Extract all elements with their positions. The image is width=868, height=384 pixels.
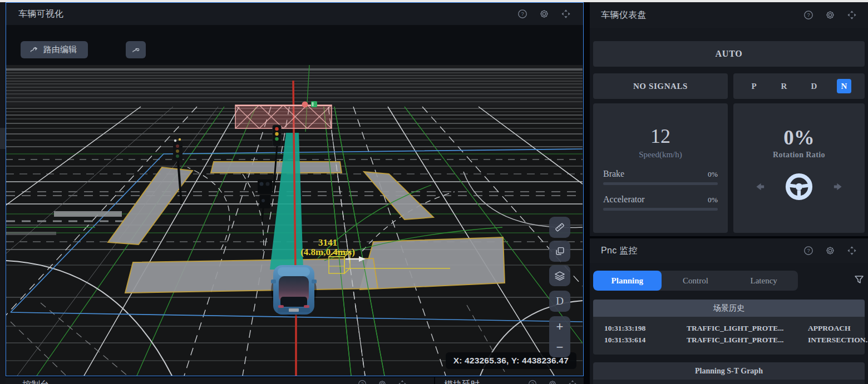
gear-p: P bbox=[747, 79, 761, 93]
signal-green-marker bbox=[311, 101, 317, 107]
panel-title: 模块延时 bbox=[444, 379, 480, 384]
history-time: 10:31:33:614 bbox=[604, 336, 687, 345]
route-pin-icon bbox=[131, 46, 140, 54]
svg-text:(4.8m,0.4m/s): (4.8m,0.4m/s) bbox=[300, 247, 355, 257]
brake-label: Brake bbox=[603, 169, 624, 179]
left-edge-rail bbox=[0, 2, 6, 384]
speed-label: Speed(km/h) bbox=[593, 150, 728, 159]
pnc-tab-bar: Planning Control Latency bbox=[593, 271, 798, 291]
driving-mode-indicator: AUTO bbox=[593, 41, 865, 67]
console-panel: 控制台 bbox=[6, 377, 434, 384]
scene-3d[interactable]: 3141 (4.8m,0.4m/s) bbox=[6, 65, 583, 376]
history-stage: INTERSECTION... bbox=[808, 336, 868, 345]
panel-header: Pnc 监控 bbox=[590, 238, 868, 263]
viz-toolbar: 路由编辑 bbox=[6, 25, 583, 65]
gear-n-active: N bbox=[837, 79, 851, 93]
move-panel-icon[interactable] bbox=[847, 10, 857, 20]
st-graph-body bbox=[593, 380, 865, 384]
panel-title: 控制台 bbox=[22, 379, 49, 384]
history-time: 10:31:33:198 bbox=[604, 324, 687, 333]
route-edit-label: 路由编辑 bbox=[43, 44, 77, 55]
history-scenario: TRAFFIC_LIGHT_PROTE... bbox=[687, 336, 808, 345]
panel-title: Pnc 监控 bbox=[601, 245, 638, 257]
tab-latency[interactable]: Latency bbox=[729, 271, 798, 291]
table-row: 10:31:33:198 TRAFFIC_LIGHT_PROTE... APPR… bbox=[593, 322, 865, 334]
gear-icon[interactable] bbox=[539, 9, 549, 19]
filter-icon[interactable] bbox=[854, 274, 865, 285]
signal-red-dot bbox=[302, 102, 308, 108]
gear-d: D bbox=[807, 79, 821, 93]
history-scenario: TRAFFIC_LIGHT_PROTE... bbox=[687, 324, 808, 333]
scene-viewport[interactable]: 3141 (4.8m,0.4m/s) X: 423265.36, Y: 4438… bbox=[6, 65, 583, 376]
gear-indicator: P R D N bbox=[733, 73, 865, 99]
history-stage: APPROACH bbox=[808, 324, 865, 333]
measure-ruler-button[interactable] bbox=[549, 217, 570, 238]
steering-wheel-icon bbox=[784, 172, 814, 202]
ego-vehicle bbox=[271, 265, 317, 316]
rotation-label: Rotation Ratio bbox=[733, 151, 865, 159]
zoom-in-button[interactable]: + bbox=[549, 316, 570, 337]
route-edit-button[interactable]: 路由编辑 bbox=[21, 41, 88, 58]
overlap-panels-icon bbox=[554, 246, 565, 257]
panel-header: 车辆仪表盘 bbox=[590, 2, 868, 28]
relocate-route-button[interactable] bbox=[126, 41, 146, 58]
traffic-light-stop-barrier bbox=[235, 105, 332, 128]
layers-button[interactable] bbox=[549, 265, 570, 286]
panel-title: 车辆可视化 bbox=[18, 8, 64, 20]
accelerator-bar bbox=[603, 208, 718, 211]
st-graph-card: Planning S-T Graph bbox=[593, 362, 865, 384]
brake-bar bbox=[603, 182, 718, 185]
pnc-monitor-panel: Pnc 监控 Planning Control Latency 场景历史 10:… bbox=[590, 238, 868, 384]
gear-icon[interactable] bbox=[378, 380, 387, 384]
gear-icon[interactable] bbox=[825, 246, 835, 256]
route-icon bbox=[29, 46, 38, 54]
tab-control[interactable]: Control bbox=[662, 271, 730, 291]
help-icon[interactable] bbox=[528, 380, 537, 384]
signal-indicator: NO SIGNALS bbox=[593, 73, 728, 99]
vehicle-visualization-panel: 车辆可视化 路由编辑 bbox=[6, 2, 584, 376]
scenario-history-list: 10:31:33:198 TRAFFIC_LIGHT_PROTE... APPR… bbox=[593, 317, 865, 355]
module-latency-panel: 模块延时 bbox=[435, 377, 584, 384]
gear-icon[interactable] bbox=[825, 10, 835, 20]
brake-value: 0% bbox=[708, 170, 718, 179]
move-panel-icon[interactable] bbox=[561, 9, 571, 19]
view-switch-button[interactable] bbox=[549, 241, 570, 262]
table-row: 10:31:33:614 TRAFFIC_LIGHT_PROTE... INTE… bbox=[593, 334, 865, 346]
panel-title: 车辆仪表盘 bbox=[601, 9, 647, 21]
panel-header: 车辆可视化 bbox=[6, 3, 583, 25]
move-panel-icon[interactable] bbox=[398, 380, 407, 384]
st-graph-header: Planning S-T Graph bbox=[593, 362, 865, 380]
layers-icon bbox=[554, 270, 565, 281]
brake-meter: Brake 0% bbox=[603, 169, 718, 185]
vehicle-dashboard-panel: 车辆仪表盘 AUTO NO SIGNALS P R D N 12 Speed(k… bbox=[590, 2, 868, 236]
scenario-history-card: 场景历史 10:31:33:198 TRAFFIC_LIGHT_PROTE...… bbox=[593, 300, 865, 355]
help-icon[interactable] bbox=[803, 10, 813, 20]
zoom-out-button[interactable]: − bbox=[549, 337, 570, 357]
turn-left-arrow-icon bbox=[754, 181, 766, 193]
rotation-value: 0% bbox=[733, 126, 865, 149]
speed-value: 12 bbox=[593, 124, 728, 148]
gear-icon[interactable] bbox=[548, 380, 557, 384]
tab-planning[interactable]: Planning bbox=[593, 271, 662, 291]
turn-right-arrow-icon bbox=[832, 181, 844, 193]
help-icon[interactable] bbox=[803, 246, 813, 256]
help-icon[interactable] bbox=[358, 380, 367, 384]
help-icon[interactable] bbox=[517, 9, 527, 19]
ruler-icon bbox=[554, 222, 565, 233]
move-panel-icon[interactable] bbox=[847, 246, 857, 256]
accelerator-value: 0% bbox=[708, 196, 718, 205]
accelerator-label: Accelerator bbox=[603, 195, 645, 205]
move-panel-icon[interactable] bbox=[568, 380, 577, 384]
zoom-controls: + − bbox=[549, 316, 570, 357]
accelerator-meter: Accelerator 0% bbox=[603, 195, 718, 211]
default-view-button[interactable]: D bbox=[549, 291, 570, 312]
rotation-card: 0% Rotation Ratio bbox=[733, 103, 865, 233]
scenario-history-header: 场景历史 bbox=[593, 300, 865, 317]
gear-r: R bbox=[777, 79, 791, 93]
speed-card: 12 Speed(km/h) Brake 0% Accelerator 0% bbox=[593, 103, 728, 233]
